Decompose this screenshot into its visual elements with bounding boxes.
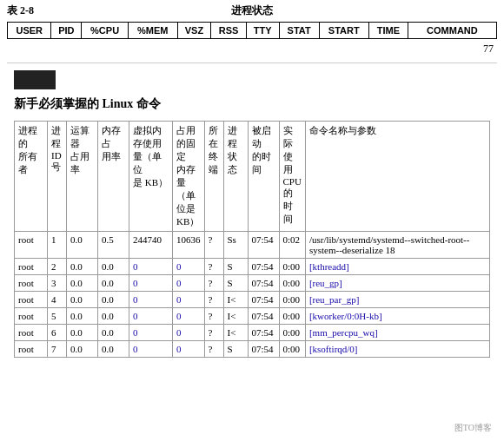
cell-mem: 0.5	[98, 232, 129, 259]
cell-start: 07:54	[248, 292, 279, 308]
cell-time: 0:00	[279, 275, 305, 292]
cell-cmd: [reu_gp]	[305, 275, 489, 292]
cell-vsz: 0	[129, 341, 173, 358]
table-row: root40.00.000?I<07:540:00[reu_par_gp]	[15, 292, 490, 308]
cell-stat: S	[223, 275, 248, 292]
cell-stat: Ss	[223, 232, 248, 259]
cell-stat: I<	[223, 308, 248, 325]
cell-mem: 0.0	[98, 341, 129, 358]
cell-start: 07:54	[248, 341, 279, 358]
table-row: root70.00.000?S07:540:00[ksoftirqd/0]	[15, 341, 490, 358]
cell-pid: 3	[48, 275, 67, 292]
th-user: 进程的所有者	[15, 122, 48, 232]
cell-user: root	[15, 292, 48, 308]
cell-cmd: [mm_percpu_wq]	[305, 325, 489, 341]
col-cpu: %CPU	[82, 23, 129, 39]
cell-tty: ?	[204, 325, 223, 341]
cell-cmd: [kworker/0:0H-kb]	[305, 308, 489, 325]
cell-rss: 0	[173, 308, 205, 325]
cell-vsz: 244740	[129, 232, 173, 259]
cell-time: 0:00	[279, 325, 305, 341]
cell-stat: S	[223, 259, 248, 275]
cell-user: root	[15, 325, 48, 341]
cell-rss: 0	[173, 259, 205, 275]
cell-mem: 0.0	[98, 275, 129, 292]
col-stat: STAT	[279, 23, 319, 39]
col-start: START	[319, 23, 368, 39]
cell-rss: 0	[173, 292, 205, 308]
cell-cmd: [ksoftirqd/0]	[305, 341, 489, 358]
col-command: COMMAND	[408, 23, 496, 39]
cell-cpu: 0.0	[67, 232, 98, 259]
cell-time: 0:00	[279, 292, 305, 308]
table-row: root50.00.000?I<07:540:00[kworker/0:0H-k…	[15, 308, 490, 325]
cell-time: 0:00	[279, 341, 305, 358]
col-user: USER	[8, 23, 51, 39]
th-time: 实际使用 CPU的时间	[279, 122, 305, 232]
cell-user: root	[15, 275, 48, 292]
cell-start: 07:54	[248, 325, 279, 341]
cell-start: 07:54	[248, 275, 279, 292]
cell-rss: 0	[173, 325, 205, 341]
cell-time: 0:02	[279, 232, 305, 259]
main-data-table: 进程的所有者 进程ID 号 运算器占用率 内存占用率 虚拟内存使用量（单位是 K…	[14, 121, 490, 358]
cell-start: 07:54	[248, 308, 279, 325]
section-title: 新手必须掌握的 Linux 命令	[14, 96, 490, 112]
page-number: 77	[0, 39, 504, 59]
cell-pid: 4	[48, 292, 67, 308]
caption-center: 进程状态	[129, 3, 375, 18]
cell-user: root	[15, 341, 48, 358]
cell-tty: ?	[204, 341, 223, 358]
table-row: root30.00.000?S07:540:00[reu_gp]	[15, 275, 490, 292]
th-tty: 所在终端	[204, 122, 223, 232]
page-number-value: 77	[483, 43, 494, 55]
cell-cpu: 0.0	[67, 341, 98, 358]
cell-tty: ?	[204, 259, 223, 275]
cell-start: 07:54	[248, 259, 279, 275]
cell-pid: 1	[48, 232, 67, 259]
th-pid: 进程ID 号	[48, 122, 67, 232]
cell-vsz: 0	[129, 292, 173, 308]
col-time: TIME	[368, 23, 408, 39]
th-cpu: 运算器占用率	[67, 122, 98, 232]
cell-pid: 7	[48, 341, 67, 358]
cell-cmd: [reu_par_gp]	[305, 292, 489, 308]
cell-user: root	[15, 308, 48, 325]
cell-tty: ?	[204, 232, 223, 259]
table-row: root60.00.000?I<07:540:00[mm_percpu_wq]	[15, 325, 490, 341]
cell-time: 0:00	[279, 308, 305, 325]
caption-left: 表 2-8	[7, 3, 129, 18]
cell-rss: 0	[173, 341, 205, 358]
cell-mem: 0.0	[98, 292, 129, 308]
cell-pid: 6	[48, 325, 67, 341]
col-pid: PID	[51, 23, 82, 39]
cell-vsz: 0	[129, 275, 173, 292]
cell-tty: ?	[204, 275, 223, 292]
cell-start: 07:54	[248, 232, 279, 259]
cell-vsz: 0	[129, 325, 173, 341]
main-header-row: 进程的所有者 进程ID 号 运算器占用率 内存占用率 虚拟内存使用量（单位是 K…	[15, 122, 490, 232]
header-row: USER PID %CPU %MEM VSZ RSS TTY STAT STAR…	[8, 23, 497, 39]
table-caption: 表 2-8 进程状态	[7, 3, 497, 18]
table-row: root20.00.000?S07:540:00[kthreadd]	[15, 259, 490, 275]
main-content: 新手必须掌握的 Linux 命令 进程的所有者 进程ID 号 运算器占用率 内存…	[0, 67, 504, 365]
cell-rss: 10636	[173, 232, 205, 259]
th-rss: 占用的固定内存量（单位是 KB）	[173, 122, 205, 232]
cell-user: root	[15, 232, 48, 259]
cell-cpu: 0.0	[67, 259, 98, 275]
cell-rss: 0	[173, 275, 205, 292]
black-rectangle	[14, 70, 56, 89]
cell-stat: S	[223, 341, 248, 358]
col-rss: RSS	[211, 23, 246, 39]
cell-mem: 0.0	[98, 259, 129, 275]
watermark: 图TO博客	[454, 422, 492, 434]
cell-cpu: 0.0	[67, 275, 98, 292]
process-table: USER PID %CPU %MEM VSZ RSS TTY STAT STAR…	[7, 22, 497, 39]
cell-cmd: [kthreadd]	[305, 259, 489, 275]
th-stat: 进程状态	[223, 122, 248, 232]
cell-tty: ?	[204, 308, 223, 325]
th-mem: 内存占用率	[98, 122, 129, 232]
top-section: 表 2-8 进程状态 USER PID %CPU %MEM VSZ RSS TT…	[0, 0, 504, 39]
cell-vsz: 0	[129, 259, 173, 275]
cell-cmd: /usr/lib/systemd/systemd--switched-root-…	[305, 232, 489, 259]
